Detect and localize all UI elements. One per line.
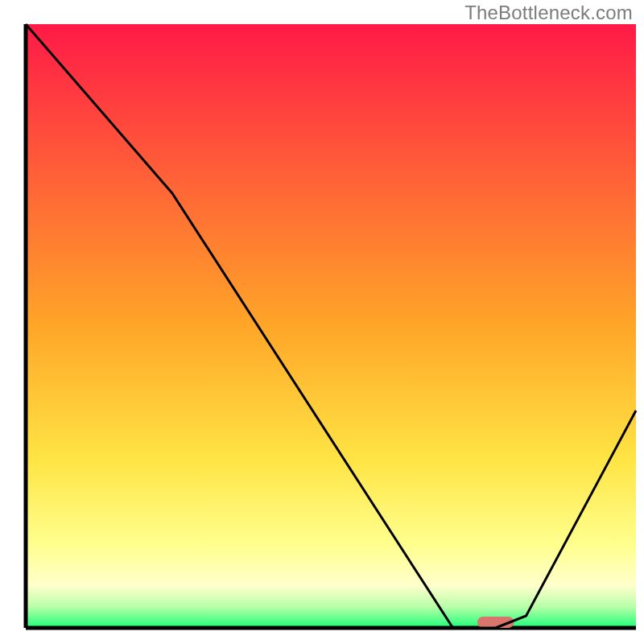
watermark-text: TheBottleneck.com: [464, 2, 633, 24]
chart-container: TheBottleneck.com: [0, 0, 644, 644]
bottleneck-chart: [0, 0, 644, 644]
chart-background-gradient: [26, 24, 636, 628]
